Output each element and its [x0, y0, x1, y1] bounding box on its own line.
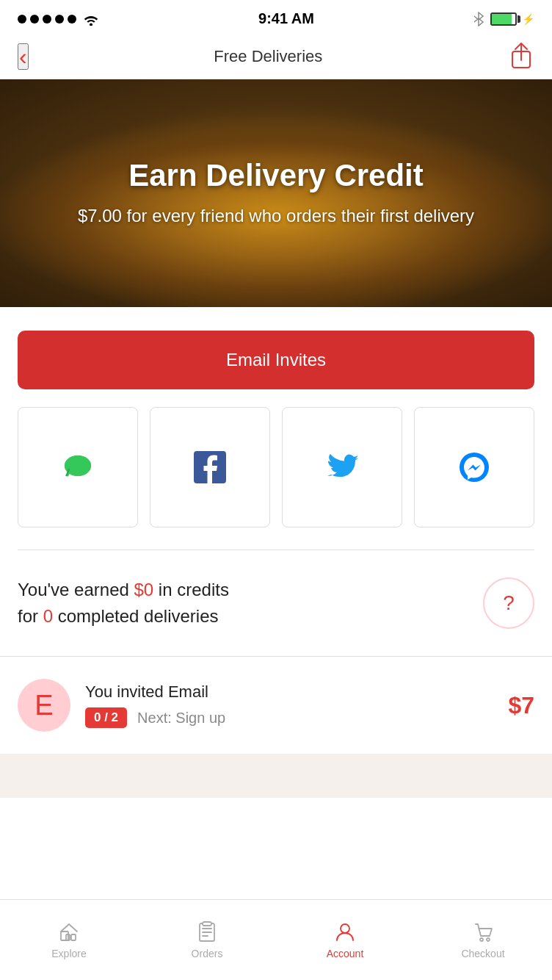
- svg-point-2: [65, 455, 91, 476]
- credits-amount: $0: [134, 580, 154, 599]
- dot-4: [55, 15, 64, 24]
- credits-line2-suffix: completed deliveries: [53, 606, 218, 626]
- invite-amount: $7: [508, 692, 534, 719]
- tab-explore[interactable]: Explore: [0, 900, 138, 980]
- svg-point-15: [487, 938, 490, 941]
- status-bar: 9:41 AM ⚡: [0, 0, 552, 35]
- signal-dots: [18, 15, 76, 24]
- invite-avatar: E: [18, 679, 70, 732]
- tab-explore-label: Explore: [51, 948, 86, 959]
- svg-rect-12: [203, 922, 211, 926]
- nav-title: Free Deliveries: [214, 47, 322, 66]
- bluetooth-icon: [473, 12, 484, 26]
- credits-prefix: You've earned: [18, 580, 134, 599]
- dot-2: [30, 15, 39, 24]
- tab-checkout[interactable]: Checkout: [414, 900, 552, 980]
- battery-indicator: ⚡: [490, 12, 534, 26]
- orders-icon: [196, 921, 218, 943]
- invite-progress: 0 / 2: [85, 707, 127, 728]
- credits-text: You've earned $0 in credits for 0 comple…: [18, 577, 229, 630]
- account-icon: [334, 921, 356, 943]
- credits-count: 0: [43, 606, 53, 626]
- email-invite-section: Email Invites: [0, 307, 552, 407]
- email-invite-button[interactable]: Email Invites: [18, 331, 534, 389]
- hero-text-container: Earn Delivery Credit $7.00 for every fri…: [48, 158, 504, 228]
- wifi-icon: [82, 12, 100, 26]
- status-right: ⚡: [473, 12, 534, 26]
- svg-rect-5: [61, 932, 68, 940]
- twitter-share-button[interactable]: [282, 407, 402, 527]
- credits-line2-prefix: for: [18, 606, 43, 626]
- status-time: 9:41 AM: [258, 10, 314, 27]
- hero-banner: Earn Delivery Credit $7.00 for every fri…: [0, 79, 552, 307]
- dot-5: [68, 15, 76, 24]
- tab-bar: Explore Orders Account: [0, 899, 552, 980]
- social-share-section: [0, 407, 552, 550]
- status-left: [18, 12, 100, 26]
- messenger-share-button[interactable]: [414, 407, 534, 527]
- invite-name: You invited Email: [85, 682, 493, 702]
- checkout-icon: [472, 921, 494, 943]
- svg-point-13: [341, 924, 349, 933]
- spacer: [0, 754, 552, 798]
- invited-section: E You invited Email 0 / 2 Next: Sign up …: [0, 657, 552, 754]
- tab-account[interactable]: Account: [276, 900, 414, 980]
- dot-3: [43, 15, 51, 24]
- credits-middle: in credits: [153, 580, 229, 599]
- invite-status-row: 0 / 2 Next: Sign up: [85, 707, 493, 728]
- tab-orders-label: Orders: [192, 948, 223, 959]
- credits-section: You've earned $0 in credits for 0 comple…: [0, 550, 552, 657]
- charging-icon: ⚡: [522, 13, 534, 25]
- invite-info: You invited Email 0 / 2 Next: Sign up: [85, 682, 493, 728]
- main-content: Email Invites: [0, 307, 552, 798]
- invite-next: Next: Sign up: [137, 710, 225, 727]
- back-button[interactable]: ‹: [18, 43, 29, 70]
- svg-point-14: [480, 938, 483, 941]
- tab-account-label: Account: [327, 948, 364, 959]
- navigation-bar: ‹ Free Deliveries: [0, 35, 552, 79]
- messages-share-button[interactable]: [18, 407, 138, 527]
- facebook-share-button[interactable]: [150, 407, 270, 527]
- help-button[interactable]: ?: [483, 577, 534, 629]
- tab-orders[interactable]: Orders: [138, 900, 276, 980]
- share-button[interactable]: [508, 43, 534, 70]
- invite-avatar-letter: E: [34, 690, 53, 721]
- dot-1: [18, 15, 26, 24]
- explore-icon: [58, 921, 80, 943]
- tab-checkout-label: Checkout: [461, 948, 504, 959]
- help-icon: ?: [503, 591, 515, 615]
- hero-title: Earn Delivery Credit: [78, 158, 474, 193]
- svg-rect-6: [71, 934, 76, 940]
- hero-subtitle: $7.00 for every friend who orders their …: [78, 203, 474, 228]
